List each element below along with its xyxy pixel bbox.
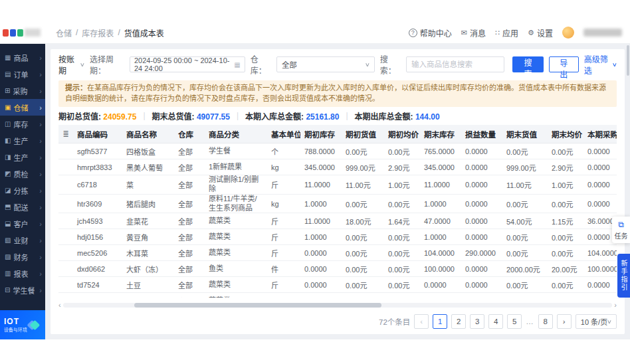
period-type-dropdown[interactable]: 按账期∨ [58, 53, 84, 76]
advanced-filter-toggle[interactable]: 高级筛选∨ [584, 53, 617, 76]
sidebar-item-biz-finance[interactable]: ▧业财› [0, 232, 45, 248]
settings-button[interactable]: ⚙设置 [528, 27, 553, 39]
sidebar-item-student-meals[interactable]: ⊟学生餐› [0, 282, 45, 298]
table-cell: sgfh5377 [73, 143, 122, 159]
sidebar-item-quality[interactable]: ◩质检› [0, 165, 45, 182]
column-header[interactable]: 期末均价 [548, 125, 583, 143]
table-cell: 1.00元 [548, 175, 583, 195]
column-header[interactable]: 商品编码 [73, 125, 122, 143]
table-cell: 0.00元 [502, 194, 548, 213]
warehouse-value: 全部 [282, 59, 297, 70]
production-2-icon: ◨ [5, 153, 11, 161]
table-row[interactable]: mec5206木耳菜全部蔬菜类斤0.00000.00元0.00元104.0000… [58, 245, 617, 261]
column-settings-icon[interactable]: ≣ [62, 130, 68, 137]
vertical-scrollbar-thumb[interactable] [627, 45, 629, 76]
table-row[interactable]: hlj2665红辣椒全部蔬菜类斤5.16000.88元0.17元5.16000.… [58, 293, 617, 298]
summary-separator: | [346, 111, 348, 120]
table-cell: 黄豆角 [122, 229, 174, 245]
table-row[interactable]: dxd0662大虾（冻）全部鱼类件0.00000.00元0.00元100.000… [58, 261, 617, 277]
column-header[interactable]: 商品名称 [122, 125, 174, 143]
page-button-8[interactable]: 8 [538, 314, 553, 329]
sidebar-item-label: 订单 [13, 69, 39, 80]
warehouse-select[interactable]: 全部∨ [276, 56, 375, 72]
prev-page-button[interactable]: ‹ [414, 314, 429, 329]
page-button-3[interactable]: 3 [470, 314, 484, 329]
sidebar-item-purchase[interactable]: ⊞采购› [0, 82, 45, 99]
search-button[interactable]: 搜索 [512, 56, 544, 72]
table-row[interactable]: hdj0156黄豆角全部蔬菜类斤1.00000.00元0.00元1.00000.… [58, 229, 617, 245]
table-cell: htr3609 [73, 194, 122, 213]
page-button-2[interactable]: 2 [451, 314, 466, 329]
table-cell: 0.88元 [502, 293, 548, 298]
table-cell: hlj2665 [73, 293, 122, 298]
scroll-left-icon[interactable]: ‹ [58, 301, 61, 309]
sidebar-item-orders[interactable]: ▤订单› [0, 66, 45, 82]
sidebar-item-delivery[interactable]: ⬒配送› [0, 199, 45, 215]
column-header[interactable]: 商品分类 [205, 125, 267, 143]
student-meals-icon: ⊟ [5, 286, 10, 294]
scroll-right-icon[interactable]: › [614, 301, 617, 309]
sidebar-item-goods[interactable]: ▦商品› [0, 49, 45, 66]
table-row[interactable]: td7524土豆全部蔬菜类斤0.00000.00元0.00元0.00000.00… [58, 277, 617, 293]
user-avatar[interactable] [562, 27, 574, 39]
page-ellipsis[interactable]: … [526, 318, 534, 325]
iot-module[interactable]: IOT设备与环境 [0, 310, 45, 339]
table-cell: kg [267, 159, 300, 175]
chevron-down-icon: ∨ [607, 319, 612, 325]
table-cell: 学生餐 [205, 143, 267, 159]
page-button-1[interactable]: 1 [433, 314, 447, 329]
table-row[interactable]: htr3609猪后腿肉全部原料11/牛羊类/生生系列商品kg1.00000.00… [58, 194, 617, 213]
column-header[interactable]: 基本单位 [267, 125, 300, 143]
messages-button[interactable]: ✉消息 [461, 27, 486, 39]
column-header[interactable]: 期初货值 [342, 125, 384, 143]
page-button-5[interactable]: 5 [507, 314, 522, 329]
sidebar-item-reports[interactable]: ▥报表› [0, 265, 45, 282]
column-header[interactable]: 本期采购入库量 [583, 125, 617, 143]
table-cell: 0.17元 [548, 293, 583, 298]
search-input[interactable] [406, 56, 504, 72]
help-center-button[interactable]: ?帮助中心 [409, 27, 452, 39]
table-cell: 765.0000 [420, 143, 461, 159]
user-name-blurred[interactable] [583, 29, 622, 37]
app-logo[interactable] [0, 22, 45, 43]
tasks-widget[interactable]: ⧉任务 [612, 217, 630, 243]
column-header[interactable]: 期初均价 [384, 125, 420, 143]
sidebar-item-finance[interactable]: ▨财务› [0, 248, 45, 265]
table-cell: 0.0000 [300, 261, 342, 277]
sidebar-item-warehouse[interactable]: ▣仓储› [0, 99, 45, 116]
scrollbar-thumb[interactable] [134, 303, 381, 308]
export-button[interactable]: 导出 [549, 56, 579, 72]
apps-button[interactable]: ∷应用 [495, 27, 518, 39]
table-cell: 999.00元 [502, 159, 548, 175]
column-header[interactable]: 期末库存 [420, 125, 461, 143]
breadcrumb-item-inventory-reports[interactable]: 库存报表 [82, 27, 114, 39]
page-size-select[interactable]: 10 条/页∨ [576, 314, 617, 329]
table-row[interactable]: c6718菜全部测试删除1/别删除斤11.000011.00元1.00元11.0… [58, 175, 617, 195]
column-header[interactable]: 损益数量 [461, 125, 502, 143]
table-cell: 0.00元 [548, 229, 583, 245]
sidebar-item-production-2[interactable]: ◨生产› [0, 149, 45, 165]
sidebar-item-customers[interactable]: ⬓客户› [0, 215, 45, 232]
newbie-guide-tab[interactable]: 新手指引 [617, 254, 630, 298]
breadcrumb-item-warehouse[interactable]: 仓储 [56, 27, 72, 39]
layers-icon: ⧉ [618, 220, 624, 229]
sidebar-item-production-1[interactable]: ◧生产› [0, 132, 45, 149]
table-cell: 大虾（冻） [122, 261, 174, 277]
sidebar-item-sorting[interactable]: ◪分拣› [0, 182, 45, 199]
sidebar-item-inventory[interactable]: ◫库存› [0, 116, 45, 132]
table-cell: 788.0000 [300, 143, 342, 159]
table-row[interactable]: hmrpt3833黑美人葡萄全部1新鲜蔬果kg345.0000999.00元2.… [58, 159, 617, 175]
logo-square-blue [10, 29, 16, 37]
page-button-4[interactable]: 4 [488, 314, 503, 329]
table-cell: 鱼类 [205, 261, 267, 277]
table-row[interactable]: jch4593韭菜花全部蔬菜类斤11.000018.00元1.64元47.000… [58, 213, 617, 229]
column-header[interactable]: 期初库存 [300, 125, 342, 143]
table-row[interactable]: sgfh5377四格饭盒全部学生餐个788.00000.00元0.00元765.… [58, 143, 617, 159]
next-page-button[interactable]: › [557, 314, 572, 329]
table-cell: 100.0000 [420, 261, 461, 277]
pagination-total: 72个条目 [379, 316, 410, 327]
column-header[interactable]: 仓库 [174, 125, 205, 143]
column-header[interactable]: 期末货值 [502, 125, 548, 143]
table-cell: 0.0000 [300, 245, 342, 261]
date-range-input[interactable]: 2024-09-25 00:00 ~ 2024-10-24 24:00▦ [130, 56, 245, 72]
